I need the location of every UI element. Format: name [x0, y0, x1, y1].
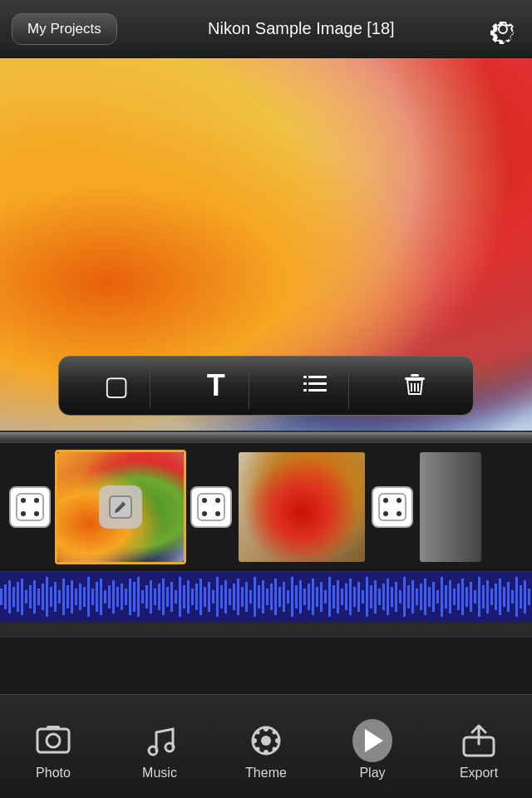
- svg-rect-86: [241, 587, 244, 607]
- svg-rect-33: [21, 579, 23, 615]
- svg-rect-156: [37, 729, 69, 752]
- svg-rect-136: [449, 580, 451, 613]
- nav-item-export[interactable]: Export: [433, 695, 525, 798]
- play-icon: [352, 721, 392, 761]
- svg-rect-78: [208, 582, 210, 612]
- svg-rect-22: [379, 494, 406, 520]
- svg-rect-148: [499, 579, 501, 615]
- svg-rect-104: [316, 587, 318, 607]
- svg-point-159: [149, 746, 157, 755]
- dice-icon-2: [190, 486, 232, 528]
- svg-rect-129: [420, 584, 422, 610]
- svg-rect-74: [191, 589, 194, 605]
- svg-rect-91: [262, 580, 264, 613]
- export-icon: [459, 721, 499, 761]
- svg-point-167: [256, 731, 260, 735]
- new-slide-button[interactable]: ▢: [84, 362, 150, 409]
- svg-rect-46: [75, 589, 77, 605]
- svg-rect-56: [116, 587, 119, 607]
- svg-rect-64: [150, 580, 152, 613]
- svg-rect-34: [25, 590, 27, 603]
- list-icon: [300, 369, 330, 403]
- svg-rect-30: [8, 580, 11, 613]
- svg-point-26: [397, 511, 401, 516]
- svg-rect-7: [411, 374, 419, 377]
- header: My Projects Nikon Sample Image [18]: [0, 0, 532, 58]
- svg-rect-94: [274, 579, 277, 615]
- settings-button[interactable]: [485, 12, 520, 47]
- svg-rect-107: [328, 577, 331, 617]
- thumbnail-1[interactable]: [55, 450, 186, 564]
- nav-play-label: Play: [359, 766, 385, 781]
- svg-rect-79: [212, 590, 214, 603]
- svg-rect-40: [50, 587, 52, 607]
- svg-rect-149: [503, 587, 505, 607]
- transition-dice-1[interactable]: [5, 482, 55, 532]
- nav-item-music[interactable]: Music: [114, 695, 205, 798]
- svg-point-20: [202, 511, 207, 516]
- svg-rect-48: [83, 587, 86, 607]
- svg-rect-101: [303, 589, 306, 605]
- svg-rect-67: [162, 579, 165, 615]
- svg-rect-145: [486, 580, 489, 613]
- audio-waveform[interactable]: // Can't run script inside SVG, use stat…: [0, 572, 532, 622]
- waveform-svg: // Can't run script inside SVG, use stat…: [0, 572, 532, 622]
- svg-point-21: [215, 511, 220, 516]
- svg-rect-120: [382, 584, 385, 610]
- svg-rect-32: [17, 582, 19, 612]
- text-icon: T: [207, 371, 225, 401]
- transition-dice-3[interactable]: [367, 482, 417, 532]
- svg-rect-126: [407, 585, 410, 608]
- svg-rect-59: [129, 579, 131, 615]
- svg-rect-122: [391, 587, 393, 607]
- svg-rect-119: [378, 589, 381, 605]
- svg-rect-103: [312, 579, 314, 615]
- svg-rect-54: [108, 585, 111, 608]
- svg-rect-131: [428, 587, 431, 607]
- svg-point-12: [21, 498, 26, 503]
- my-projects-button[interactable]: My Projects: [12, 13, 117, 45]
- nav-item-play[interactable]: Play: [327, 695, 418, 798]
- svg-rect-17: [198, 494, 224, 520]
- svg-rect-97: [287, 590, 289, 603]
- text-button[interactable]: T: [183, 362, 249, 409]
- svg-rect-71: [179, 577, 181, 617]
- svg-rect-114: [357, 582, 360, 612]
- edit-toolbar: ▢ T: [58, 356, 474, 416]
- svg-rect-146: [490, 589, 493, 605]
- delete-button[interactable]: [382, 362, 448, 409]
- thumbnail-3[interactable]: [417, 450, 484, 564]
- svg-rect-112: [349, 579, 352, 615]
- svg-point-163: [264, 727, 268, 732]
- bottom-navigation: Photo Music: [0, 694, 532, 798]
- svg-rect-105: [320, 582, 323, 612]
- svg-rect-142: [474, 590, 476, 603]
- svg-rect-127: [411, 580, 414, 613]
- svg-rect-155: [528, 589, 530, 605]
- thumbnail-2-image: [239, 452, 365, 562]
- svg-point-164: [264, 750, 268, 755]
- svg-rect-87: [245, 582, 248, 612]
- svg-rect-1: [308, 376, 327, 378]
- svg-point-169: [256, 747, 260, 751]
- svg-point-165: [252, 738, 257, 743]
- svg-rect-52: [100, 579, 102, 615]
- svg-rect-151: [511, 590, 514, 603]
- music-icon: [140, 721, 180, 761]
- svg-rect-152: [515, 577, 518, 617]
- svg-point-24: [397, 498, 401, 503]
- thumbnail-2[interactable]: [236, 450, 367, 564]
- list-button[interactable]: [283, 362, 349, 409]
- svg-rect-89: [254, 577, 256, 617]
- svg-rect-128: [416, 589, 418, 605]
- svg-rect-72: [183, 585, 185, 608]
- svg-rect-108: [332, 585, 335, 608]
- nav-item-theme[interactable]: Theme: [220, 695, 312, 798]
- svg-rect-84: [233, 584, 235, 610]
- svg-rect-150: [507, 582, 510, 612]
- nav-item-photo[interactable]: Photo: [7, 695, 99, 798]
- svg-rect-133: [436, 590, 439, 603]
- svg-rect-49: [87, 577, 90, 617]
- thumbnail-3-image: [420, 452, 481, 562]
- transition-dice-2[interactable]: [186, 482, 236, 532]
